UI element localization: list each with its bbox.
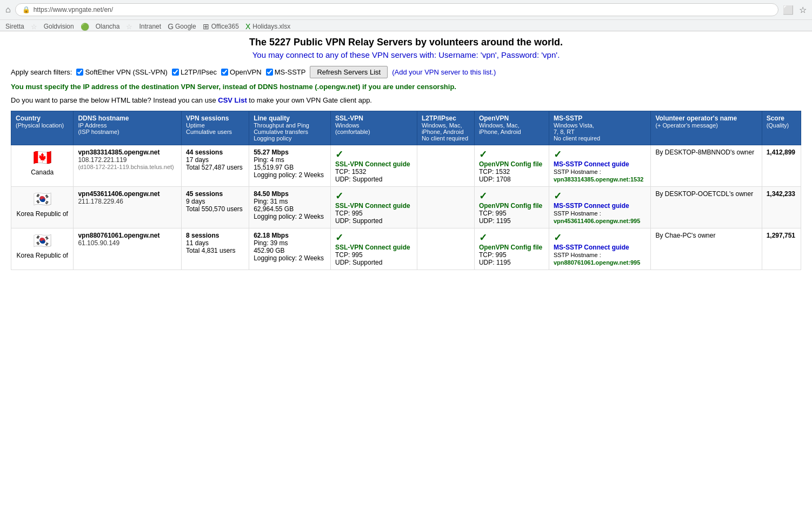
msstp-cell: ✓ MS-SSTP Connect guide SSTP Hostname : … [549, 228, 651, 270]
msstp-connect-guide-link[interactable]: MS-SSTP Connect guide [554, 160, 629, 168]
ovpn-udp: UDP: 1195 [479, 259, 511, 266]
uptime: 17 days [186, 156, 244, 164]
openvpn-checkbox[interactable] [221, 69, 228, 76]
filter-msstp[interactable]: MS-SSTP [266, 68, 306, 76]
country-flag: 🇰🇷 [16, 190, 69, 208]
bookmarks-bar: Siretta ☆ Goldvision 🟢 Olancha ☆ Intrane… [0, 19, 812, 31]
ssl-tcp: TCP: 995 [335, 210, 363, 217]
sessions-cell: 8 sessions 11 days Total 4,831 users [182, 228, 249, 270]
cumulative-users: Total 4,831 users [186, 247, 244, 254]
uptime: 11 days [186, 239, 244, 247]
ovpn-udp: UDP: 1708 [479, 176, 511, 183]
ssl-udp: UDP: Supported [335, 217, 382, 225]
th-score: Score (Quality) [762, 111, 801, 145]
country-name: Canada [16, 169, 69, 176]
msstp-connect-guide-link[interactable]: MS-SSTP Connect guide [554, 202, 629, 210]
session-count: 45 sessions [186, 190, 244, 198]
th-msstp: MS-SSTP Windows Vista, 7, 8, RT No clien… [549, 111, 651, 145]
ssl-connect-guide-link[interactable]: SSL-VPN Connect guide [335, 202, 410, 210]
l2tp-cell [417, 228, 474, 270]
ssl-udp: UDP: Supported [335, 176, 382, 183]
msstp-checkbox[interactable] [266, 69, 273, 76]
sidebar-icon[interactable]: ⬜ [783, 5, 794, 15]
table-header-row: Country (Physical location) DDNS hostnam… [11, 111, 801, 145]
sstp-hostname-value: vpn383314385.opengw.net:1532 [554, 176, 644, 183]
lock-icon: 🔒 [22, 6, 30, 14]
csv-link[interactable]: CSV List [218, 96, 247, 104]
home-icon[interactable]: ⌂ [5, 5, 11, 15]
bookmark-google[interactable]: G Google [168, 22, 196, 31]
filter-l2tp[interactable]: L2TP/IPsec [172, 68, 217, 76]
ddns-hostname: vpn880761061.opengw.net [78, 232, 177, 239]
ovpn-tcp: TCP: 1532 [479, 168, 510, 176]
uptime: 9 days [186, 198, 244, 205]
score-cell: 1,297,751 [762, 228, 801, 270]
star-icon[interactable]: ☆ [799, 5, 807, 15]
country-cell: 🇰🇷 Korea Republic of [11, 187, 74, 228]
isp-hostname: (d108-172-221-119.bchsia.telus.net) [78, 164, 177, 170]
openvpn-config-link[interactable]: OpenVPN Config file [479, 244, 542, 251]
th-country: Country (Physical location) [11, 111, 74, 145]
msstp-connect-guide-link[interactable]: MS-SSTP Connect guide [554, 244, 629, 251]
session-count: 8 sessions [186, 232, 244, 239]
ip-address: 108.172.221.119 [78, 156, 177, 164]
sessions-cell: 44 sessions 17 days Total 527,487 users [182, 145, 249, 187]
cumulative-users: Total 527,487 users [186, 164, 244, 171]
hostname-cell: vpn453611406.opengw.net 211.178.229.46 [74, 187, 182, 228]
bookmark-office365[interactable]: ⊞ Office365 [203, 22, 239, 31]
speed: 62.18 Mbps [254, 232, 326, 239]
hostname-cell: vpn383314385.opengw.net 108.172.221.119 … [74, 145, 182, 187]
th-sessions: VPN sessions Uptime Cumulative users [182, 111, 249, 145]
openvpn-cell: ✓ OpenVPN Config file TCP: 1532 UDP: 170… [474, 145, 549, 187]
filter-softether[interactable]: SoftEther VPN (SSL-VPN) [76, 68, 167, 76]
bookmark-goldvision[interactable]: Goldvision [44, 23, 74, 30]
openvpn-checkmark: ✓ [479, 190, 544, 202]
warning-text: You must specify the IP address of the d… [11, 83, 801, 91]
l2tp-checkbox[interactable] [172, 69, 179, 76]
openvpn-cell: ✓ OpenVPN Config file TCP: 995 UDP: 1195 [474, 228, 549, 270]
openvpn-config-link[interactable]: OpenVPN Config file [479, 160, 542, 168]
page-title: The 5227 Public VPN Relay Servers by vol… [11, 37, 801, 48]
score-cell: 1,342,233 [762, 187, 801, 228]
msstp-cell: ✓ MS-SSTP Connect guide SSTP Hostname : … [549, 187, 651, 228]
ovpn-udp: UDP: 1195 [479, 217, 511, 225]
address-bar[interactable]: 🔒 https://www.vpngate.net/en/ [15, 3, 778, 16]
ssl-connect-guide-link[interactable]: SSL-VPN Connect guide [335, 160, 410, 168]
table-row: 🇨🇦 Canada vpn383314385.opengw.net 108.17… [11, 145, 801, 187]
browser-chrome: ⌂ 🔒 https://www.vpngate.net/en/ ⬜ ☆ Sire… [0, 0, 812, 31]
browser-right-icons: ⬜ ☆ [783, 5, 807, 15]
csv-suffix: to make your own VPN Gate client app. [249, 96, 372, 104]
bookmark-intranet[interactable]: Intranet [139, 23, 161, 30]
table-row: 🇰🇷 Korea Republic of vpn453611406.opengw… [11, 187, 801, 228]
add-vpn-link[interactable]: (Add your VPN server to this list.) [392, 68, 496, 76]
table-row: 🇰🇷 Korea Republic of vpn880761061.opengw… [11, 228, 801, 270]
logging-policy: Logging policy: 2 Weeks [254, 213, 326, 220]
logging-policy: Logging policy: 2 Weeks [254, 171, 326, 179]
ovpn-tcp: TCP: 995 [479, 251, 507, 259]
page-content: The 5227 Public VPN Relay Servers by vol… [0, 31, 812, 275]
l2tp-cell [417, 145, 474, 187]
refresh-button[interactable]: Refresh Servers List [310, 66, 388, 78]
softether-checkbox[interactable] [76, 69, 83, 76]
filter-openvpn[interactable]: OpenVPN [221, 68, 262, 76]
l2tp-cell [417, 187, 474, 228]
openvpn-config-link[interactable]: OpenVPN Config file [479, 202, 542, 210]
sstp-hostname-value: vpn453611406.opengw.net:995 [554, 218, 640, 224]
ssl-vpn-cell: ✓ SSL-VPN Connect guide TCP: 995 UDP: Su… [330, 228, 417, 270]
bookmark-holidays[interactable]: X Holidays.xlsx [245, 22, 290, 31]
ssl-tcp: TCP: 995 [335, 251, 363, 259]
ip-address: 61.105.90.149 [78, 239, 177, 247]
msstp-checkmark: ✓ [554, 149, 647, 160]
ssl-checkmark: ✓ [335, 149, 412, 160]
country-cell: 🇰🇷 Korea Republic of [11, 228, 74, 270]
sstp-hostname-label: SSTP Hostname : [554, 252, 601, 258]
country-flag: 🇰🇷 [16, 232, 69, 250]
ssl-udp: UDP: Supported [335, 259, 382, 266]
score-value: 1,297,751 [767, 232, 795, 239]
ssl-connect-guide-link[interactable]: SSL-VPN Connect guide [335, 244, 410, 251]
bookmark-olancha[interactable]: Olancha [96, 23, 120, 30]
url-text: https://www.vpngate.net/en/ [34, 6, 113, 14]
ping: Ping: 4 ms [254, 156, 326, 164]
hostname-cell: vpn880761061.opengw.net 61.105.90.149 [74, 228, 182, 270]
bookmark-siretta[interactable]: Siretta [5, 23, 24, 30]
